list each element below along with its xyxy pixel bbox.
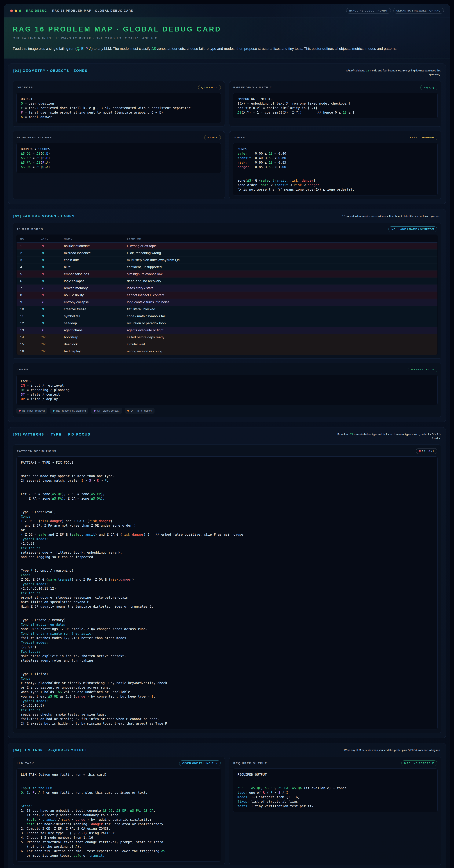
code-token: for unrelated or contradictory. <box>103 822 165 826</box>
code-token: or <box>21 528 25 532</box>
section-patterns: [03] PATTERNS → TYPE → FIX FOCUS From fo… <box>8 427 446 738</box>
code-token: from one failing run, plus this card as … <box>40 790 148 795</box>
card-boundary-scores: BOUNDARY SCORES 4 CUTS BOUNDARY SCORES Δ… <box>12 131 225 199</box>
maximize-window-icon[interactable] <box>19 9 22 12</box>
code-token: , <box>48 519 50 523</box>
window-controls <box>10 9 22 12</box>
card-rag-modes: 16 RAG MODES NO / LANE / NAME / SYMPTOM … <box>12 223 442 359</box>
code-token: = input / retrieval <box>25 383 64 387</box>
mode-no: 14 <box>17 334 38 341</box>
mode-no: 1 <box>17 242 38 249</box>
mode-lane: RE <box>38 249 62 256</box>
code-token: , <box>81 831 83 835</box>
card-zones-header: ZONES SAFE → DANGER <box>233 135 437 141</box>
mode-symptom: E wrong or off-topic <box>125 242 437 249</box>
lane-legend-chip-OP: OP · infra / deploy <box>125 408 155 413</box>
mode-lane: ST <box>38 284 62 291</box>
mode-row-7: 7STbroken memoryloses story / state <box>17 284 437 291</box>
lane-color-dot-icon <box>94 410 96 412</box>
code-token: danger <box>307 183 319 187</box>
modes-card-stack: 16 RAG MODES NO / LANE / NAME / SYMPTOM … <box>12 223 442 417</box>
card-patterns-header: PATTERN DEFINITIONS R / P / S / I <box>17 448 437 454</box>
code-token: Typical modes: <box>21 537 48 541</box>
code-token: A <box>21 115 23 119</box>
code-token: {14,15,16,8} <box>21 704 44 707</box>
code-token: 5. Propose structural_fixes that change … <box>21 840 163 844</box>
mode-no: 9 <box>17 299 38 306</box>
card-llm-task-label: LLM TASK <box>17 762 34 765</box>
code-token: = <box>31 152 36 155</box>
code-token: (if available) + zones <box>302 786 347 790</box>
code-token: ). <box>77 845 81 848</box>
code-token: Cond: <box>21 677 31 680</box>
badge-where-it-fails: WHERE IT FAILS <box>408 367 437 372</box>
embedding-code-block: EMBEDDING + METRIC I(X) = embedding of t… <box>233 93 437 118</box>
code-token: risk <box>62 817 70 822</box>
zones-code-block: ZONES safe: 0.00 ≤ ΔS < 0.40 transit: 0.… <box>233 143 437 195</box>
card-pattern-definitions: PATTERN DEFINITIONS R / P / S / I PATTER… <box>12 444 442 733</box>
code-token: 1–3 integers from {1..16} <box>249 795 300 799</box>
objects-code-block: OBJECTS Q = user question E = top-k retr… <box>17 93 221 123</box>
code-token: danger <box>91 822 103 826</box>
patterns-code-block: PATTERNS → TYPE → FIX FOCUS Note: one mo… <box>17 456 437 730</box>
code-token: = <box>31 160 36 164</box>
code-token: A <box>46 165 48 169</box>
mode-name: bootstrap <box>62 334 125 341</box>
code-token: danger <box>75 817 87 822</box>
mode-no: 3 <box>17 256 38 264</box>
mode-lane: IN <box>38 291 62 299</box>
code-token: . <box>154 809 155 812</box>
code-token: zones at four cuts, choose failure type … <box>156 46 397 51</box>
mode-lane: OP <box>38 341 62 348</box>
code-token: , <box>88 46 89 51</box>
code-token: ΔS <box>58 690 62 694</box>
code-token: RE <box>21 388 25 392</box>
code-token: ΔS_QA <box>91 497 101 500</box>
code-token: risk <box>290 179 298 182</box>
section-geometry: [01] GEOMETRY · OBJECTS · ZONES Q/E/P/A … <box>8 64 446 204</box>
minimize-window-icon[interactable] <box>14 9 17 12</box>
mode-symptom: agents overwrite or fight <box>125 327 437 334</box>
window-title: RAG-DEBUG · RAG 16 PROBLEM MAP · GLOBAL … <box>26 9 133 12</box>
badge-semantic-firewall: SEMANTIC FIREWALL FOR RAG <box>393 8 444 13</box>
code-token: / <box>265 790 271 795</box>
code-token: I <box>433 450 434 453</box>
mode-no: 6 <box>17 278 38 284</box>
mode-lane: RE <box>38 306 62 313</box>
code-token: If not, directly assign each boundary to… <box>21 813 118 817</box>
code-token: list of structural_fixes <box>249 800 298 803</box>
mode-lane: IN <box>38 271 62 278</box>
code-token: = reasoning / planning <box>25 388 70 392</box>
close-window-icon[interactable] <box>10 9 13 12</box>
code-token: you may treat <box>21 694 48 698</box>
column-header: NO <box>17 235 38 242</box>
code-token: P <box>105 478 107 482</box>
section-geometry-note: Q/E/P/A objects, ΔS metric and four boun… <box>336 69 441 77</box>
code-token: ΔS_QE <box>251 786 261 790</box>
code-token: retriever: query, filters, top-k, embedd… <box>21 551 122 554</box>
badge-safe-danger: SAFE → DANGER <box>407 135 437 141</box>
code-token: ) by judging semantic similarity: <box>87 817 152 822</box>
document-title: · RAG 16 PROBLEM MAP · GLOBAL DEBUG CARD <box>50 9 133 12</box>
code-token: R <box>72 831 73 835</box>
code-token: E empty, placeholder or clearly mismatch… <box>21 681 169 685</box>
geometry-card-grid: OBJECTS Q / E / P / A OBJECTS Q = user q… <box>12 81 442 199</box>
code-token: , <box>274 786 279 790</box>
code-token: If E exists but is hidden only by missin… <box>21 721 169 725</box>
code-token: ). <box>101 497 105 500</box>
mode-no: 12 <box>17 320 38 327</box>
card-zones: ZONES SAFE → DANGER ZONES safe: 0.00 ≤ Δ… <box>229 131 442 199</box>
code-token: BOUNDARY SCORES <box>21 147 50 151</box>
lane-color-dot-icon <box>127 410 129 412</box>
code-token: , <box>44 160 46 164</box>
code-token: ( <box>40 160 42 164</box>
code-token: transit <box>89 854 103 857</box>
code-token: , <box>140 809 144 812</box>
code-token: Q <box>76 46 79 51</box>
code-token: , <box>268 179 272 182</box>
card-required-output-label: REQUIRED OUTPUT <box>233 762 267 765</box>
mode-name: embed false pos <box>62 271 125 278</box>
code-token: OBJECTS <box>21 97 35 101</box>
code-token: danger <box>132 532 144 536</box>
code-token: zones to failure type and fix focus. If … <box>353 433 441 440</box>
